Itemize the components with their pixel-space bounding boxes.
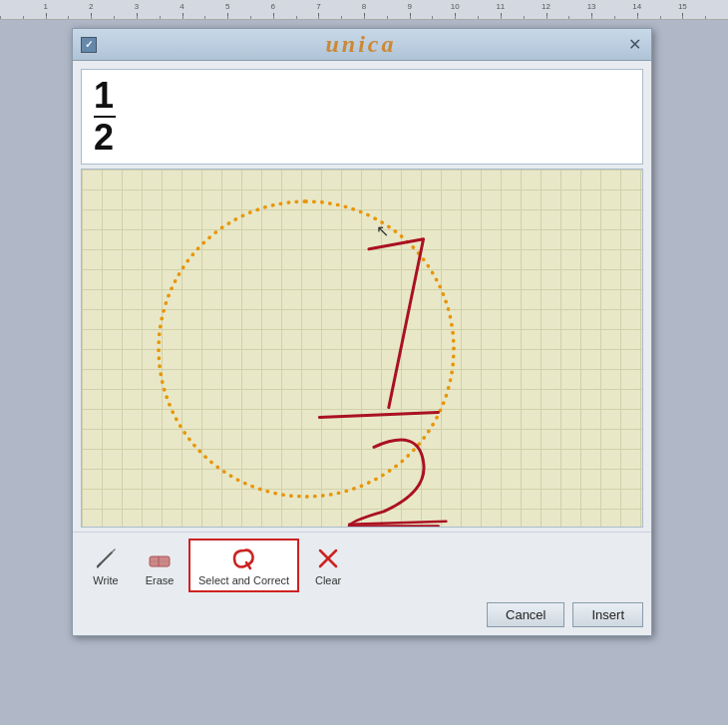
- svg-line-1: [349, 522, 446, 525]
- ruler-minor-tick: [23, 16, 24, 19]
- ruler-minor-tick: [182, 16, 183, 19]
- ruler-minor-tick: [637, 16, 638, 19]
- ruler-number: 2: [89, 2, 93, 11]
- drawing-canvas[interactable]: ↖: [81, 169, 643, 528]
- ruler-minor-tick: [227, 16, 228, 19]
- ruler-minor-tick: [318, 16, 319, 19]
- clear-label: Clear: [315, 574, 341, 586]
- ruler-number: 12: [542, 2, 550, 11]
- select-correct-label: Select and Correct: [198, 574, 289, 586]
- ruler-minor-tick: [614, 16, 615, 19]
- fraction-denominator: 2: [94, 120, 114, 156]
- ruler-minor-tick: [46, 16, 47, 19]
- close-button[interactable]: ✕: [625, 36, 643, 54]
- ruler-minor-tick: [682, 16, 683, 19]
- ruler-number: 8: [362, 2, 366, 11]
- dialog: ✓ unica ✕ 1 2: [72, 28, 652, 636]
- insert-button[interactable]: Insert: [572, 602, 643, 627]
- write-label: Write: [93, 574, 118, 586]
- ruler-minor-tick: [568, 16, 569, 19]
- ruler-minor-tick: [68, 16, 69, 19]
- ruler-minor-tick: [204, 16, 205, 19]
- ruler-number: 7: [316, 2, 320, 11]
- ruler-minor-tick: [501, 16, 502, 19]
- fraction-numerator: 1: [94, 78, 114, 114]
- ruler-number: 5: [225, 2, 229, 11]
- bottom-bar: Cancel Insert: [73, 596, 651, 635]
- ruler-minor-tick: [455, 16, 456, 19]
- ruler: 123456789101112131415: [0, 0, 728, 20]
- ruler-number: 10: [451, 2, 460, 11]
- ruler-number: 14: [632, 2, 641, 11]
- ruler-minor-tick: [546, 16, 547, 19]
- clear-button[interactable]: Clear: [303, 540, 353, 591]
- ruler-number: 11: [496, 2, 505, 11]
- select-correct-icon: [230, 544, 258, 572]
- write-button[interactable]: Write: [81, 540, 131, 591]
- ruler-minor-tick: [387, 16, 388, 19]
- write-icon: [92, 544, 120, 572]
- dialog-titlebar: ✓ unica ✕: [73, 29, 651, 61]
- svg-line-3: [112, 549, 115, 552]
- fraction-preview: 1 2: [94, 78, 116, 156]
- ruler-minor-tick: [478, 16, 479, 19]
- cancel-button[interactable]: Cancel: [487, 602, 564, 627]
- ruler-minor-tick: [160, 16, 161, 19]
- handwriting-svg: [82, 170, 642, 527]
- dialog-title: unica: [97, 31, 625, 58]
- ruler-minor-tick: [0, 16, 1, 19]
- erase-button[interactable]: Erase: [135, 540, 184, 591]
- ruler-minor-tick: [296, 16, 297, 19]
- ruler-minor-tick: [341, 16, 342, 19]
- toolbar: Write Erase Select: [73, 532, 651, 596]
- erase-icon: [146, 544, 174, 572]
- ruler-minor-tick: [591, 16, 592, 19]
- ruler-number: 3: [135, 2, 139, 11]
- ruler-minor-tick: [660, 16, 661, 19]
- ruler-number: 6: [271, 2, 275, 11]
- ruler-number: 15: [678, 2, 687, 11]
- clear-icon: [314, 544, 342, 572]
- ruler-number: 9: [407, 2, 411, 11]
- preview-area: 1 2: [81, 69, 643, 165]
- select-correct-button[interactable]: Select and Correct: [188, 539, 299, 592]
- ruler-minor-tick: [91, 16, 92, 19]
- ruler-minor-tick: [524, 16, 525, 19]
- ruler-minor-tick: [273, 16, 274, 19]
- dialog-icon: ✓: [81, 37, 97, 53]
- ruler-number: 4: [180, 2, 183, 11]
- svg-line-4: [98, 563, 101, 566]
- ruler-minor-tick: [114, 16, 115, 19]
- ruler-minor-tick: [137, 16, 138, 19]
- ruler-minor-tick: [705, 16, 706, 19]
- ruler-number: 13: [587, 2, 596, 11]
- ruler-minor-tick: [364, 16, 365, 19]
- ruler-number: 1: [43, 2, 47, 11]
- svg-line-0: [319, 413, 438, 418]
- ruler-minor-tick: [432, 16, 433, 19]
- erase-label: Erase: [146, 574, 175, 586]
- ruler-minor-tick: [250, 16, 251, 19]
- ruler-minor-tick: [410, 16, 411, 19]
